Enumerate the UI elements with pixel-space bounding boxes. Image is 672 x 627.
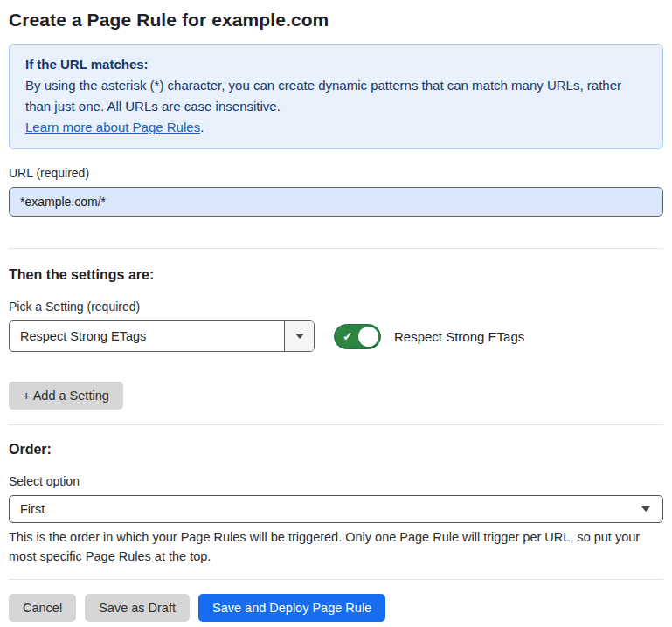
footer-divider bbox=[9, 579, 663, 580]
setting-select[interactable]: Respect Strong ETags bbox=[9, 320, 315, 352]
chevron-down-icon bbox=[641, 506, 650, 512]
url-field-label: URL (required) bbox=[9, 166, 663, 180]
pick-setting-label: Pick a Setting (required) bbox=[9, 300, 663, 314]
url-match-info-box: If the URL matches: By using the asteris… bbox=[9, 44, 663, 149]
setting-row: Respect Strong ETags ✓ Respect Strong ET… bbox=[9, 320, 663, 352]
chevron-down-icon bbox=[295, 334, 304, 339]
learn-more-link[interactable]: Learn more about Page Rules bbox=[25, 120, 200, 134]
page-title: Create a Page Rule for example.com bbox=[9, 0, 663, 31]
info-box-body: By using the asterisk (*) character, you… bbox=[25, 75, 647, 117]
info-box-link-line: Learn more about Page Rules. bbox=[25, 117, 647, 138]
order-select[interactable]: First bbox=[9, 495, 663, 523]
link-period: . bbox=[200, 120, 204, 134]
cancel-button[interactable]: Cancel bbox=[9, 594, 76, 622]
toggle-knob bbox=[358, 327, 378, 347]
save-and-deploy-button[interactable]: Save and Deploy Page Rule bbox=[198, 594, 385, 622]
save-as-draft-button[interactable]: Save as Draft bbox=[85, 594, 190, 622]
footer-actions: Cancel Save as Draft Save and Deploy Pag… bbox=[9, 594, 663, 622]
info-box-heading: If the URL matches: bbox=[25, 54, 647, 75]
add-setting-button[interactable]: + Add a Setting bbox=[9, 382, 123, 410]
order-help-text: This is the order in which your Page Rul… bbox=[9, 527, 663, 566]
settings-section-heading: Then the settings are: bbox=[9, 249, 663, 283]
setting-select-value: Respect Strong ETags bbox=[10, 321, 284, 351]
order-select-label: Select option bbox=[9, 474, 663, 488]
order-section-heading: Order: bbox=[9, 425, 663, 458]
check-icon: ✓ bbox=[343, 330, 353, 342]
order-select-value: First bbox=[20, 502, 641, 516]
setting-toggle[interactable]: ✓ bbox=[334, 324, 381, 349]
toggle-label: Respect Strong ETags bbox=[394, 329, 524, 344]
url-input[interactable] bbox=[9, 187, 663, 217]
create-page-rule-panel: Create a Page Rule for example.com If th… bbox=[0, 0, 672, 622]
setting-select-arrow-button[interactable] bbox=[284, 321, 314, 351]
